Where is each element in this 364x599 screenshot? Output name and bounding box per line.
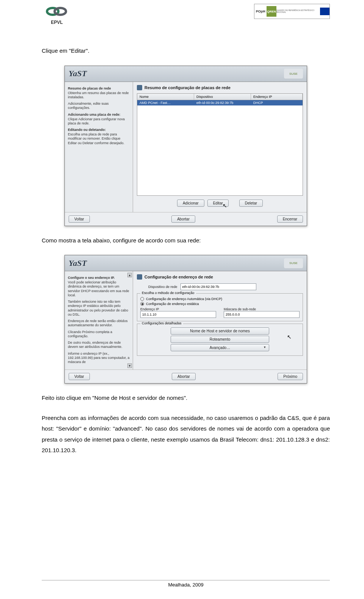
help-text: Escolha uma placa de rede para modificar…	[68, 132, 130, 145]
abort-button[interactable]: Abortar	[172, 373, 196, 380]
detailed-config-legend: Configurações detalhadas	[140, 321, 183, 325]
detailed-config-fieldset: Configurações detalhadas Nome de Host e …	[137, 324, 303, 356]
mask-input[interactable]	[224, 311, 300, 318]
help-text: De outro modo, endereços de rede devem s…	[68, 341, 130, 349]
radio-dhcp-label: Configuração de endereço Automática (via…	[146, 297, 222, 301]
network-cards-table[interactable]: Nome Dispositivo Endereço IP AMD PCnet -…	[137, 93, 303, 196]
radio-static-label: Configuração de endereço estática	[146, 302, 199, 306]
help-heading-1: Resumo de placas de rede	[68, 86, 130, 90]
suse-logo-icon: SUSE	[284, 258, 303, 268]
delete-button[interactable]: Deletar	[239, 200, 263, 207]
svg-point-1	[55, 8, 66, 15]
cell-device: eth-id-00:0c:29:82:39:7b	[196, 101, 253, 105]
help-text: Obtenha um resumo das placas de rede ins…	[68, 91, 130, 100]
finish-button[interactable]: Encerrar	[277, 215, 303, 223]
yast-window-network-summary: YaST SUSE Resumo de placas de rede Obten…	[64, 66, 307, 226]
routing-button[interactable]: Roteamento	[171, 336, 269, 343]
back-button[interactable]: Voltar	[69, 373, 90, 380]
panel-title: Resumo de configuração de placas de rede	[137, 85, 303, 90]
panel-title-text: Configuração de endereço de rede	[144, 275, 213, 279]
help-text: Também selecione isto se não tem endereç…	[68, 300, 130, 317]
column-header-device[interactable]: Dispositivo	[194, 94, 251, 100]
yast-titlebar: YaST SUSE	[65, 255, 307, 271]
main-panel: Resumo de configuração de placas de rede…	[133, 82, 307, 212]
chain-links-icon	[44, 4, 70, 19]
column-header-name[interactable]: Nome	[137, 94, 194, 100]
cell-ip: DHCP	[253, 101, 300, 105]
cursor-icon: ↖	[223, 203, 227, 210]
main-panel: Configuração de endereço de rede Disposi…	[133, 271, 307, 369]
radio-dhcp[interactable]: Configuração de endereço Automática (via…	[140, 297, 300, 301]
help-heading: Configure o seu endereço IP.	[68, 276, 130, 280]
panel-title: Configuração de endereço de rede	[137, 274, 303, 280]
yast-titlebar: YaST SUSE	[65, 66, 307, 82]
table-header-row: Nome Dispositivo Endereço IP	[137, 94, 303, 100]
bottom-button-bar: Voltar Abortar Encerrar	[65, 212, 307, 226]
hostname-dns-button[interactable]: Nome de Host e servidor de nomes	[171, 327, 269, 335]
mask-label: Máscara de sub-rede	[224, 307, 300, 311]
device-input[interactable]	[180, 283, 256, 290]
radio-static[interactable]: Configuração de endereço estática	[140, 302, 300, 306]
network-card-icon	[137, 85, 142, 90]
bottom-button-bar: Voltar Abortar Próximo	[65, 369, 307, 383]
qren-description: QUADRO DE REFERÊNCIA ESTRATÉGICO NACIONA…	[276, 9, 320, 14]
qren-logo: QREN	[267, 6, 276, 17]
page-footer: Mealhada, 2009	[42, 580, 330, 588]
eu-flag-icon	[320, 8, 329, 15]
column-header-ip[interactable]: Endereço IP	[251, 94, 303, 100]
yast-window-address-config: YaST SUSE ▲ Configure o seu endereço IP.…	[64, 255, 307, 384]
network-config-icon	[137, 274, 142, 280]
advanced-button[interactable]: Avançado…	[171, 344, 269, 351]
help-heading-2: Adicionando uma placa de rede:	[68, 113, 130, 116]
yast-logo: YaST	[69, 258, 87, 268]
scroll-down-icon[interactable]: ▼	[127, 363, 132, 368]
ip-input[interactable]	[140, 311, 216, 318]
device-label: Dispositivo de rede	[148, 285, 177, 289]
help-text: Clique Adicionar para configurar nova pl…	[68, 117, 130, 126]
paragraph-1: Clique em "Editar".	[42, 46, 330, 57]
radio-icon	[140, 302, 144, 306]
help-text: Você pode selecionar atribuição dinâmica…	[68, 280, 130, 297]
suse-logo-icon: SUSE	[284, 69, 303, 79]
config-method-fieldset: Escolha o método de configuração Configu…	[137, 293, 303, 321]
back-button[interactable]: Voltar	[69, 215, 90, 223]
help-heading-3: Editando ou deletando:	[68, 128, 130, 132]
yast-logo: YaST	[69, 69, 87, 79]
logo-epvl-text: EPVL	[51, 20, 63, 25]
config-method-legend: Escolha o método de configuração	[140, 291, 196, 295]
help-text: Adicionalmente, edite suas configurações…	[68, 102, 130, 110]
page-header: EPVL POpH QREN QUADRO DE REFERÊNCIA ESTR…	[42, 4, 330, 27]
table-row-selected[interactable]: AMD PCnet - Fast… eth-id-00:0c:29:82:39:…	[137, 100, 303, 105]
logo-epvl: EPVL	[42, 4, 72, 27]
add-button[interactable]: Adicionar	[177, 200, 204, 207]
cell-name: AMD PCnet - Fast…	[140, 101, 196, 105]
help-text: Endereços de rede serão então obtidos au…	[68, 319, 130, 328]
paragraph-4: Preencha com as informações de acordo co…	[42, 413, 330, 456]
help-sidebar: ▲ Configure o seu endereço IP. Você pode…	[65, 271, 133, 369]
abort-button[interactable]: Abortar	[171, 215, 195, 223]
help-sidebar: Resumo de placas de rede Obtenha um resu…	[65, 82, 133, 212]
panel-title-text: Resumo de configuração de placas de rede	[144, 85, 231, 90]
scroll-up-icon[interactable]: ▲	[127, 273, 132, 277]
help-text: Informe o endereço IP (ex., 192.168.100.…	[68, 352, 130, 365]
paragraph-2: Como mostra a tela abaixo, configure de …	[42, 235, 330, 246]
help-text: Clicando Próximo completa a configuração…	[68, 330, 130, 339]
ip-label: Endereço IP	[140, 307, 216, 311]
cursor-icon: ↖	[287, 334, 292, 340]
radio-icon	[140, 297, 144, 301]
paragraph-3: Feito isto clique em "Nome de Host e ser…	[42, 393, 330, 404]
next-button[interactable]: Próximo	[278, 373, 303, 380]
poph-logo: POpH	[254, 6, 267, 17]
logo-right-strip: POpH QREN QUADRO DE REFERÊNCIA ESTRATÉGI…	[254, 4, 330, 19]
